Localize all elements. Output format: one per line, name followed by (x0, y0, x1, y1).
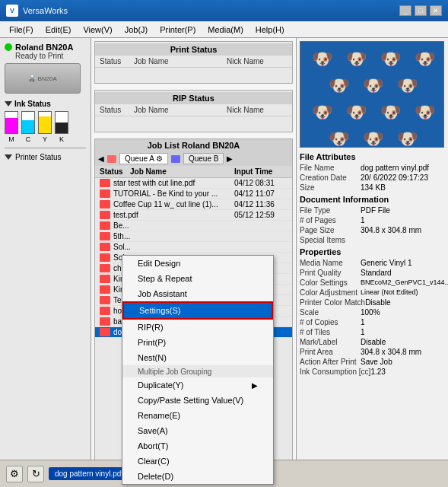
divider (5, 148, 86, 148)
ctx-settings[interactable]: Settings(S) (122, 301, 273, 320)
printer-status-section: Printer Status (5, 153, 86, 161)
svg-text:🐶: 🐶 (415, 49, 436, 69)
queue-next[interactable]: ▶ (227, 154, 233, 163)
queue-tabs: ◀ Queue A ⚙ Queue B ▶ (95, 151, 292, 166)
svg-text:🐶: 🐶 (415, 102, 436, 123)
context-menu: Edit Design Step & Repeat Job Assistant … (122, 255, 274, 485)
ctx-clear[interactable]: Clear(C) (122, 454, 273, 469)
job-row[interactable]: Coffee Cup 11 w_ cut line (1)... 04/12 1… (95, 199, 292, 210)
rip-status-header: Status Job Name Nick Name (95, 104, 292, 116)
ctx-copy-paste[interactable]: Copy/Paste Setting Value(V) (122, 393, 273, 408)
job-status-icon (100, 211, 110, 219)
job-name: 5th... (113, 232, 234, 240)
job-row[interactable]: Sol... (95, 242, 292, 253)
ctx-rip[interactable]: RIP(R) (122, 320, 273, 335)
print-area-row: Print Area 304.8 x 304.8 mm (300, 348, 445, 356)
action-after-row: Action After Print Save Job (300, 358, 445, 366)
print-status-title: Print Status (95, 43, 292, 56)
job-status-icon (100, 179, 110, 187)
menu-job[interactable]: Job(J) (119, 21, 154, 38)
menu-view[interactable]: View(V) (77, 21, 118, 38)
job-status-icon (100, 285, 110, 294)
status-indicator (5, 43, 12, 51)
queue-prev[interactable]: ◀ (98, 154, 104, 163)
refresh-bottom-icon[interactable]: ↻ (27, 466, 44, 482)
job-row[interactable]: TUTORIAL - Be Kind to your ... 04/12 11:… (95, 189, 292, 199)
settings-bottom-icon[interactable]: ⚙ (6, 466, 23, 482)
right-panel: 🐶 🐶 🐶 🐶 🐶 🐶 🐶 🐶 🐶 🐶 🐶 🐶 🐶 🐶 File Attribu… (296, 38, 448, 487)
svg-text:🐶: 🐶 (312, 102, 333, 123)
svg-text:🐶: 🐶 (363, 129, 384, 148)
preview-image: 🐶 🐶 🐶 🐶 🐶 🐶 🐶 🐶 🐶 🐶 🐶 🐶 🐶 🐶 (300, 41, 444, 148)
ctx-duplicate[interactable]: Duplicate(Y) ▶ (122, 377, 273, 393)
queue-b-icon (171, 155, 180, 163)
svg-text:🐶: 🐶 (329, 75, 350, 96)
color-settings-row: Color Settings BNEcoM2_GenPVC1_v144... (300, 279, 445, 287)
app-icon: V (6, 5, 18, 17)
menu-help[interactable]: Help(H) (249, 21, 291, 38)
ctx-abort[interactable]: Abort(T) (122, 438, 273, 454)
printer-color-row: Printer Color Match Disable (300, 298, 445, 307)
job-row[interactable]: test.pdf 05/12 12:59 (95, 210, 292, 221)
menu-edit[interactable]: Edit(E) (40, 21, 78, 38)
job-time: 05/12 12:59 (234, 211, 288, 219)
job-status-icon (100, 317, 110, 326)
creation-date-row: Creation Date 20/ 6/2022 09:17:23 (300, 173, 445, 182)
job-time: 04/12 11:07 (234, 189, 288, 198)
job-status-icon (100, 328, 110, 336)
svg-text:🐶: 🐶 (380, 102, 402, 123)
job-status-icon (100, 243, 110, 251)
ink-bar-m: M (5, 111, 18, 143)
pages-row: # of Pages 1 (300, 216, 445, 224)
file-name-row: File Name dog pattern vinyl.pdf (300, 164, 445, 172)
svg-text:🐶: 🐶 (312, 49, 333, 69)
job-status-icon (100, 264, 110, 272)
print-status-panel: Print Status Status Job Name Nick Name (94, 41, 293, 84)
scale-row: Scale 100% (300, 308, 445, 317)
svg-text:🐶: 🐶 (380, 49, 402, 69)
ctx-rename[interactable]: Rename(E) (122, 408, 273, 423)
doc-info-title: Document Information (300, 195, 445, 204)
job-row[interactable]: Be... (95, 221, 292, 231)
job-list-title: Job List Roland BN20A (95, 139, 292, 151)
job-row[interactable]: star test with cut line.pdf 04/12 08:31 (95, 178, 292, 189)
job-row[interactable]: 5th... (95, 231, 292, 242)
special-items-row: Special Items (300, 236, 445, 244)
copies-row: # of Copies 1 (300, 318, 445, 326)
printer-name: Roland BN20A (5, 43, 86, 52)
ctx-step-repeat[interactable]: Step & Repeat (122, 271, 273, 286)
maximize-button[interactable]: □ (415, 5, 427, 16)
menu-file[interactable]: File(F) (3, 21, 40, 38)
job-status-icon (100, 200, 110, 208)
svg-text:🐶: 🐶 (346, 49, 367, 69)
color-adj-row: Color Adjustment Linear (Not Edited) (300, 288, 445, 297)
ctx-save[interactable]: Save(A) (122, 423, 273, 438)
expand-printer-icon[interactable] (5, 154, 12, 160)
queue-a-tab[interactable]: Queue A ⚙ (119, 153, 168, 164)
print-status-header: Status Job Name Nick Name (95, 56, 292, 68)
ink-bar-y: Y (38, 111, 52, 143)
close-button[interactable]: ✕ (430, 5, 442, 16)
minimize-button[interactable]: _ (399, 5, 411, 16)
job-status-icon (100, 253, 110, 262)
ink-bar-c: C (21, 111, 35, 143)
ctx-print[interactable]: Print(P) (122, 335, 273, 350)
title-bar: V VersaWorks _ □ ✕ (0, 0, 448, 21)
queue-b-tab[interactable]: Queue B (183, 153, 224, 164)
menu-media[interactable]: Media(M) (202, 21, 249, 38)
ctx-delete[interactable]: Delete(D) (122, 469, 273, 484)
ctx-job-assistant[interactable]: Job Assistant (122, 286, 273, 301)
title-bar-controls: _ □ ✕ (399, 5, 442, 16)
svg-text:🐶: 🐶 (346, 102, 367, 123)
ink-bar-k: K (55, 111, 68, 143)
menu-printer[interactable]: Printer(P) (154, 21, 202, 38)
tiles-row: # of Tiles 1 (300, 328, 445, 336)
ctx-multiple-grouping-header: Multiple Job Grouping (122, 365, 273, 377)
job-name: test.pdf (113, 211, 234, 219)
expand-icon[interactable] (5, 101, 12, 107)
rip-status-panel: RIP Status Status Job Name Nick Name (94, 90, 293, 132)
ctx-edit-design[interactable]: Edit Design (122, 256, 273, 271)
ctx-nest[interactable]: Nest(N) (122, 350, 273, 365)
svg-text:🐶: 🐶 (329, 129, 350, 148)
preview-svg: 🐶 🐶 🐶 🐶 🐶 🐶 🐶 🐶 🐶 🐶 🐶 🐶 🐶 🐶 (300, 42, 444, 148)
